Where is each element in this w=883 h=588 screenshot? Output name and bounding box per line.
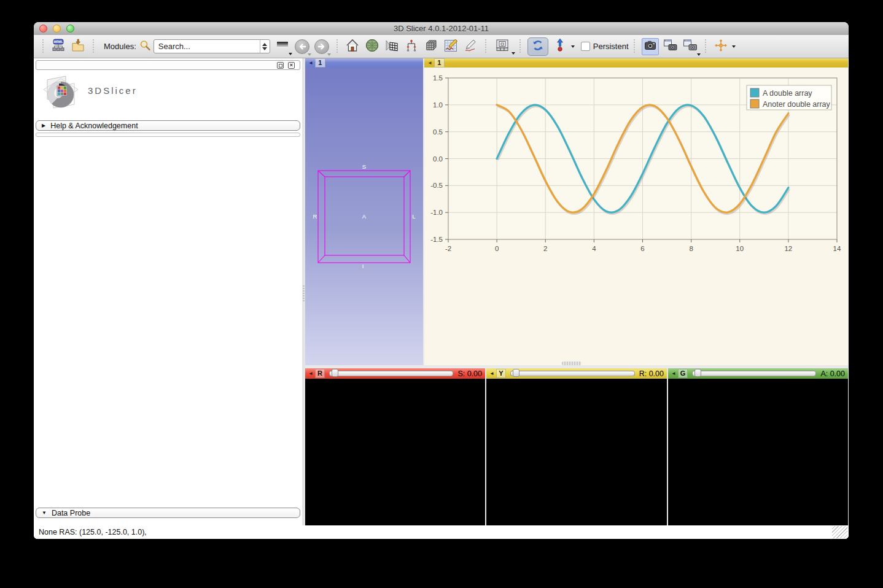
yellow-slice-view[interactable]: ◄ Y R: 0.00 <box>486 368 667 525</box>
scene-view-camera-icon <box>663 39 678 55</box>
red-slice-viewport[interactable] <box>305 379 485 525</box>
data-probe-section[interactable]: ▼ Data Probe <box>36 508 300 518</box>
chart-view-bar[interactable]: ◄ 1 <box>424 58 848 68</box>
chart-viewport[interactable]: -202468101214-1.5-1.0-0.50.00.51.01.5A d… <box>424 68 848 365</box>
mrml-scene-button[interactable]: MRML <box>50 39 66 55</box>
crosshair-button[interactable] <box>713 39 729 55</box>
mrml-scene-icon: MRML <box>51 38 66 55</box>
red-slice-view[interactable]: ◄ R S: 0.00 <box>305 368 485 525</box>
layout-dropdown-icon[interactable] <box>512 52 515 55</box>
history-dropdown-icon[interactable] <box>289 53 292 55</box>
yellow-slider-handle[interactable] <box>513 369 519 377</box>
red-slider-handle[interactable] <box>332 369 338 377</box>
scene-view-button[interactable] <box>663 39 679 55</box>
pin-icon[interactable]: ◄ <box>489 371 494 376</box>
green-slice-slider[interactable] <box>692 371 816 376</box>
screenshot-button[interactable] <box>642 38 659 55</box>
yellow-slice-slider[interactable] <box>510 371 635 376</box>
close-panel-icon[interactable]: × <box>288 62 295 69</box>
orientation-label-right: R <box>313 213 317 220</box>
toolbar-separator <box>704 39 707 54</box>
resize-grip[interactable] <box>832 526 847 538</box>
green-slice-letter: G <box>678 369 688 378</box>
undock-panel-icon[interactable] <box>277 62 284 69</box>
row-splitter-grip[interactable] <box>562 362 582 365</box>
annotations-module-button[interactable] <box>462 39 478 55</box>
pin-icon[interactable]: ◄ <box>308 60 313 66</box>
pin-icon[interactable]: ◄ <box>671 371 676 376</box>
place-mode-button[interactable] <box>552 39 568 55</box>
load-data-button[interactable] <box>70 39 86 55</box>
threeD-view-bar[interactable]: ◄ 1 <box>305 58 423 68</box>
green-slider-handle[interactable] <box>694 369 701 377</box>
status-bar: None RAS: (125.0, -125.0, 1.0), <box>34 525 849 539</box>
svg-text:4: 4 <box>592 245 596 252</box>
load-data-icon <box>71 38 85 55</box>
annotations-pencil-icon <box>463 38 478 55</box>
models-sphere-icon <box>365 38 379 55</box>
help-acknowledgement-section[interactable]: ▶ Help & Acknowledgement <box>36 120 300 131</box>
persistent-checkbox[interactable] <box>581 42 590 51</box>
layout-selector-button[interactable] <box>493 39 513 55</box>
collapse-down-icon: ▼ <box>42 510 47 516</box>
orientation-label-left: L <box>412 213 415 220</box>
module-history-button[interactable] <box>274 39 290 55</box>
yellow-slice-offset: R: 0.00 <box>639 369 664 378</box>
orientation-label-inferior: I <box>362 263 364 269</box>
pin-icon[interactable]: ◄ <box>308 371 313 376</box>
crosshair-icon <box>714 39 728 55</box>
data-tree-icon <box>404 38 419 55</box>
module-history-icon <box>276 41 289 52</box>
slice-bar-green[interactable]: ◄ G A: 0.00 <box>668 368 848 379</box>
data-module-button[interactable] <box>403 39 419 55</box>
green-slice-view[interactable]: ◄ G A: 0.00 <box>668 368 848 525</box>
module-forward-button[interactable] <box>314 39 330 55</box>
svg-text:0.5: 0.5 <box>433 128 443 136</box>
title-bar[interactable]: 3D Slicer 4.0.1-2012-01-11 <box>34 22 849 36</box>
svg-text:8: 8 <box>689 245 693 252</box>
red-slice-letter: R <box>315 369 325 378</box>
slice-bar-red[interactable]: ◄ R S: 0.00 <box>305 368 485 379</box>
yellow-slice-viewport[interactable] <box>486 379 667 525</box>
svg-text:10: 10 <box>736 245 744 252</box>
forward-arrow-icon <box>314 39 329 54</box>
volume-rendering-module-button[interactable] <box>423 39 439 55</box>
pin-icon[interactable]: ◄ <box>427 60 432 66</box>
module-search-icon[interactable] <box>139 39 151 54</box>
volumes-module-button[interactable] <box>384 39 400 55</box>
module-back-button[interactable] <box>294 39 310 55</box>
scene-view-dropdown-icon[interactable] <box>697 53 701 56</box>
module-selector-combobox[interactable]: Search... <box>154 39 270 53</box>
toolbar-grip[interactable] <box>42 39 44 54</box>
slice-bar-yellow[interactable]: ◄ Y R: 0.00 <box>486 368 667 379</box>
place-mode-dropdown-icon[interactable] <box>571 45 575 48</box>
forward-dropdown-icon[interactable] <box>327 53 331 56</box>
svg-text:1.0: 1.0 <box>433 101 443 109</box>
layout-icon <box>495 38 511 55</box>
crosshair-dropdown-icon[interactable] <box>732 45 736 48</box>
home-module-button[interactable] <box>344 39 360 55</box>
collapse-right-icon: ▶ <box>42 123 45 128</box>
main-toolbar: MRML Modules: Search... <box>34 35 849 58</box>
module-search-input[interactable]: Search... <box>154 42 260 51</box>
volume-rendering-cube-icon <box>424 38 438 55</box>
toolbar-separator <box>484 39 487 54</box>
back-dropdown-icon[interactable] <box>308 53 311 56</box>
green-slice-viewport[interactable] <box>668 379 848 525</box>
svg-text:6: 6 <box>640 245 644 252</box>
chart-canvas[interactable]: -202468101214-1.5-1.0-0.50.00.51.01.5A d… <box>424 68 848 365</box>
back-arrow-icon <box>295 39 309 54</box>
chart-view[interactable]: ◄ 1 -202468101214-1.5-1.0-0.50.00.51.01.… <box>424 58 848 365</box>
rotate-mode-button[interactable] <box>527 37 548 56</box>
combobox-stepper[interactable] <box>260 40 270 53</box>
charts-module-button[interactable] <box>443 39 459 55</box>
toolbar-separator <box>92 39 95 54</box>
threeD-view[interactable]: ◄ 1 S R A <box>305 58 423 365</box>
models-module-button[interactable] <box>364 39 380 55</box>
svg-text:14: 14 <box>833 245 841 252</box>
red-slice-slider[interactable] <box>329 371 453 376</box>
threeD-viewport[interactable]: S R A L I <box>305 68 423 365</box>
slicer-logo-icon <box>39 71 83 118</box>
app-window: 3D Slicer 4.0.1-2012-01-11 MRML Modules:… <box>34 22 849 539</box>
scene-view-restore-button[interactable] <box>682 39 698 55</box>
